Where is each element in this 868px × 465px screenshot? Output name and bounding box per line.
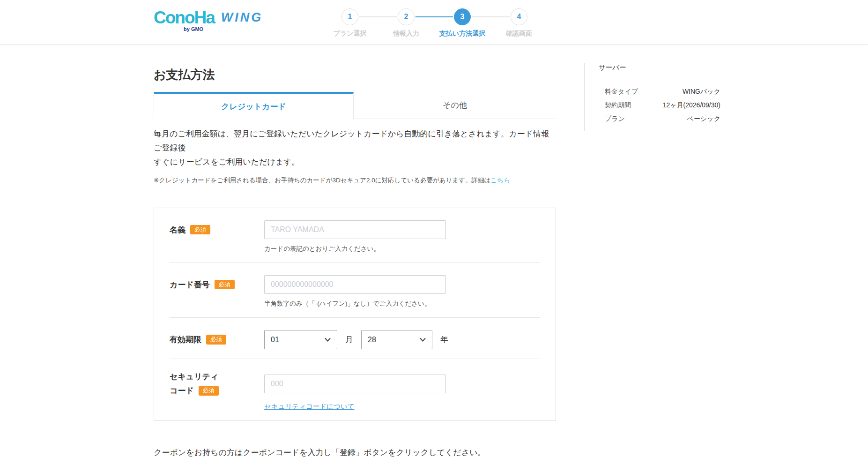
cardholder-name-input[interactable]	[264, 220, 446, 239]
expiry-year-value: 28	[368, 336, 376, 344]
step-1-number: 1	[348, 13, 352, 21]
note-detail-link[interactable]: こちら	[490, 177, 510, 184]
required-badge: 必須	[206, 335, 226, 345]
step-4-circle: 4	[511, 8, 527, 25]
form-row-expiry: 有効期限 必須 01 月 28 年	[170, 318, 540, 359]
expiry-year-select[interactable]: 28	[361, 330, 432, 349]
year-unit-label: 年	[440, 334, 448, 345]
security-code-label-line1: セキュリティ	[170, 371, 264, 382]
step-indicator: 1 プラン選択 2 情報入力 3 支払い方法選択 4 確認画面	[0, 0, 868, 45]
plan-value: ベーシック	[687, 112, 720, 126]
step-3-number: 3	[460, 13, 465, 21]
step-1-label: プラン選択	[334, 30, 367, 38]
step-2-label: 情報入力	[393, 30, 419, 38]
plan-type-value: WINGパック	[683, 85, 720, 98]
step-2-number: 2	[404, 13, 408, 21]
form-row-card-number: カード番号 必須 半角数字のみ（「-(ハイフン)」なし）でご入力ください。	[170, 263, 540, 318]
step-1-circle: 1	[341, 8, 358, 25]
required-badge: 必須	[199, 386, 219, 396]
required-badge: 必須	[215, 280, 235, 290]
note-text: ※クレジットカードをご利用される場合、お手持ちのカードが3Dセキュア2.0に対応…	[154, 177, 490, 184]
expiry-label: 有効期限	[170, 334, 201, 345]
3d-secure-note: ※クレジットカードをご利用される場合、お手持ちのカードが3Dセキュア2.0に対応…	[154, 176, 556, 185]
sidebar-row-plan-type: 料金タイプ WINGパック	[605, 85, 720, 98]
credit-card-form: 名義 必須 カードの表記のとおりご入力ください。 カード番号 必須 半角数字のみ…	[154, 208, 556, 421]
form-row-name: 名義 必須 カードの表記のとおりご入力ください。	[170, 208, 540, 263]
expiry-month-select[interactable]: 01	[264, 330, 337, 349]
form-row-security-code: セキュリティ コード 必須 セキュリティコードについて	[170, 359, 540, 420]
step-3-label: 支払い方法選択	[439, 30, 485, 38]
sidebar-title: サーバー	[599, 63, 720, 79]
required-badge: 必須	[190, 225, 210, 235]
step-connector-2-3	[415, 16, 453, 17]
tab-other[interactable]: その他	[354, 92, 556, 119]
card-number-input[interactable]	[264, 275, 446, 294]
step-3-circle: 3	[454, 8, 471, 25]
expiry-month-value: 01	[271, 336, 279, 344]
tab-credit-card[interactable]: クレジットカード	[154, 92, 354, 119]
payment-method-tabs: クレジットカード その他	[154, 92, 556, 119]
server-summary-sidebar: サーバー 料金タイプ WINGパック 契約期間 12ヶ月(2026/09/30)…	[584, 63, 720, 131]
header: ConoHa by GMO WING 1 プラン選択 2 情報入力 3 支払い方…	[0, 0, 868, 45]
contract-period-value: 12ヶ月(2026/09/30)	[663, 98, 720, 112]
security-code-info-link[interactable]: セキュリティコードについて	[264, 403, 355, 410]
security-code-label-line2: コード	[170, 385, 194, 396]
sidebar-row-plan: プラン ベーシック	[605, 112, 720, 126]
plan-label: プラン	[605, 112, 625, 126]
step-connector-1-2	[359, 16, 397, 17]
chevron-down-icon	[325, 338, 331, 342]
step-connector-3-4	[472, 16, 510, 17]
sidebar-row-contract-period: 契約期間 12ヶ月(2026/09/30)	[605, 98, 720, 112]
name-label: 名義	[170, 225, 185, 235]
step-4-label: 確認画面	[506, 30, 532, 38]
name-help-text: カードの表記のとおりご入力ください。	[264, 245, 540, 253]
step-2-circle: 2	[398, 8, 415, 25]
step-4-number: 4	[517, 13, 521, 21]
contract-period-label: 契約期間	[605, 98, 631, 112]
card-number-label: カード番号	[170, 279, 210, 290]
chevron-down-icon	[420, 338, 426, 342]
plan-type-label: 料金タイプ	[605, 85, 638, 98]
page-title: お支払方法	[154, 67, 556, 83]
credit-card-description: 毎月のご利用金額は、翌月にご登録いただいたクレジットカードから自動的に引き落とさ…	[154, 127, 556, 169]
card-number-help-text: 半角数字のみ（「-(ハイフン)」なし）でご入力ください。	[264, 300, 540, 308]
month-unit-label: 月	[345, 334, 353, 345]
description-line-1: 毎月のご利用金額は、翌月にご登録いただいたクレジットカードから自動的に引き落とさ…	[154, 127, 556, 155]
description-line-2: すぐにサービスをご利用いただけます。	[154, 155, 556, 169]
security-code-input[interactable]	[264, 375, 446, 393]
coupon-instruction: クーポンをお持ちの方はクーポンコードを入力し「登録」ボタンをクリックしてください…	[154, 447, 556, 458]
